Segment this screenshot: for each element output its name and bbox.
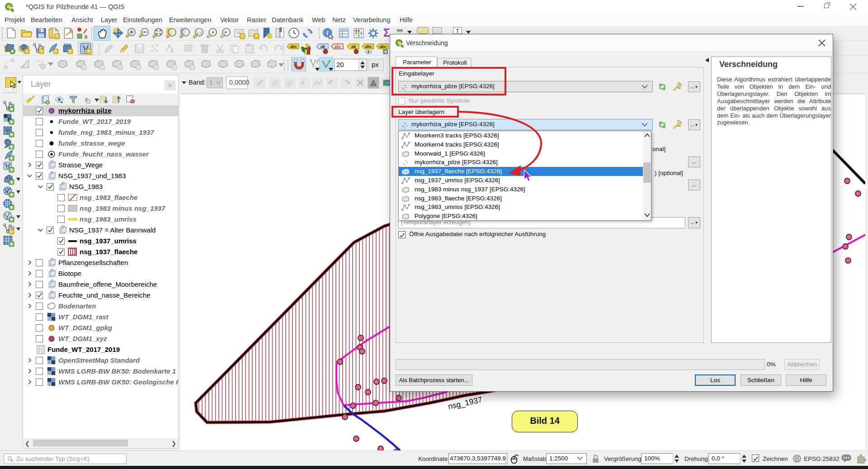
- svg-text:*: *: [55, 49, 57, 54]
- svg-text:abc: abc: [365, 44, 372, 49]
- svg-text:1:1: 1:1: [197, 31, 202, 35]
- svg-text:ab: ab: [321, 44, 326, 49]
- svg-text:abc: abc: [290, 44, 297, 49]
- svg-text:abc: abc: [334, 44, 341, 49]
- svg-text:?: ?: [387, 81, 389, 85]
- svg-text:*: *: [88, 49, 90, 54]
- svg-text:i: i: [326, 29, 328, 36]
- svg-text:*: *: [11, 229, 13, 234]
- svg-text:*: *: [26, 49, 28, 54]
- svg-text:ab: ab: [351, 44, 356, 49]
- svg-text:abc: abc: [379, 44, 387, 49]
- svg-text:*: *: [56, 34, 58, 39]
- svg-text:*: *: [41, 49, 42, 54]
- svg-text:*: *: [241, 34, 243, 39]
- svg-text:a: a: [84, 33, 87, 39]
- svg-text:Σ: Σ: [383, 27, 390, 39]
- svg-text:*: *: [255, 34, 257, 39]
- svg-text:*: *: [70, 49, 71, 54]
